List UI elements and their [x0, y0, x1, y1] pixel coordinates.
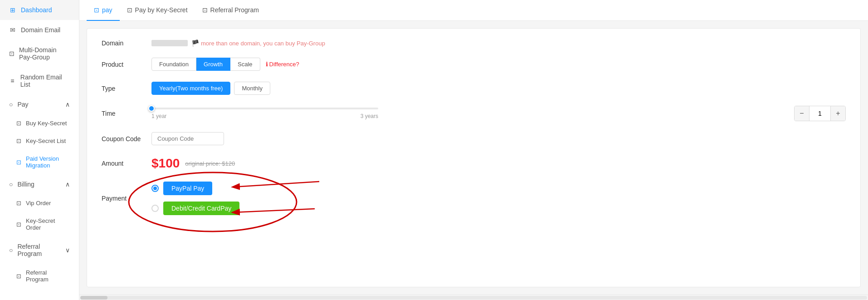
sidebar-item-buy-key-secret[interactable]: ⊡ Buy Key-Secret	[0, 114, 79, 132]
type-monthly-button[interactable]: Monthly	[234, 82, 270, 95]
tab-pay-label: pay	[102, 6, 112, 14]
product-growth-button[interactable]: Growth	[196, 58, 230, 71]
key-secret-order-icon: ⊡	[16, 221, 21, 228]
payment-options: PayPal Pay Debit/Credit CardPay	[151, 182, 239, 215]
scrollbar-thumb[interactable]	[80, 296, 107, 300]
tab-referral-program[interactable]: ⊡ Referral Program	[195, 0, 266, 21]
tab-pay-by-key-secret[interactable]: ⊡ Pay by Key-Secret	[120, 0, 195, 21]
sidebar-item-label: Random Email List	[20, 74, 70, 88]
coupon-input[interactable]	[151, 132, 224, 145]
pay-group-icon: ○	[9, 101, 13, 108]
amount-original: original price: $120	[185, 160, 235, 167]
slider-max-label: 3 years	[361, 113, 378, 119]
key-secret-list-icon: ⊡	[16, 138, 21, 144]
payment-option-debit: Debit/Credit CardPay	[151, 202, 239, 215]
svg-line-2	[233, 209, 315, 212]
tab-referral-label: Referral Program	[210, 6, 259, 14]
product-foundation-button[interactable]: Foundation	[151, 58, 196, 71]
sidebar-group-pay-header[interactable]: ○ Pay ∧	[0, 94, 79, 114]
info-icon: ℹ	[266, 61, 268, 68]
payment-label: Payment	[102, 195, 151, 202]
slider-labels: 1 year 3 years	[151, 113, 378, 119]
buy-key-secret-icon: ⊡	[16, 120, 21, 127]
horizontal-scrollbar[interactable]	[79, 295, 868, 300]
paypal-radio[interactable]	[151, 185, 159, 192]
sidebar-group-pay-label: Pay	[17, 101, 28, 108]
content-area: Domain 🏴 more than one domain, you can b…	[87, 28, 861, 287]
amount-label: Amount	[102, 160, 151, 167]
time-row: Time 1 year 3 years − +	[102, 106, 846, 121]
referral-sub-icon: ⊡	[16, 273, 21, 280]
debit-card-pay-button[interactable]: Debit/Credit CardPay	[163, 202, 239, 215]
sidebar-item-multi-domain[interactable]: ⊡ Multi-Domain Pay-Group	[0, 40, 79, 67]
tab-pay[interactable]: ⊡ pay	[87, 0, 120, 21]
slider-container: 1 year 3 years − +	[151, 106, 846, 121]
tab-referral-icon: ⊡	[202, 6, 208, 14]
dashboard-icon: ⊞	[9, 6, 16, 14]
chevron-down-icon-referral: ∨	[65, 246, 70, 254]
difference-link[interactable]: ℹ Difference?	[266, 61, 299, 68]
sidebar-group-referral: ○ Referral Program ∨ ⊡ Referral Program	[0, 236, 79, 288]
sidebar-sub-label: Key-Secret Order	[26, 217, 70, 231]
multi-domain-icon: ⊡	[9, 50, 15, 57]
sidebar-item-domain-email[interactable]: ✉ Domain Email	[0, 20, 79, 40]
tab-key-secret-label: Pay by Key-Secret	[135, 6, 188, 14]
sidebar-item-key-secret-order[interactable]: ⊡ Key-Secret Order	[0, 212, 79, 236]
slider-track	[151, 108, 378, 109]
vip-order-icon: ⊡	[16, 200, 21, 207]
slider-thumb[interactable]	[148, 105, 155, 112]
sidebar-item-random-email[interactable]: ≡ Random Email List	[0, 67, 79, 94]
type-label: Type	[102, 85, 151, 92]
sidebar-group-billing-header[interactable]: ○ Billing ∧	[0, 174, 79, 194]
sidebar-sub-label: Key-Secret List	[26, 138, 66, 144]
time-stepper: − +	[794, 106, 846, 121]
chevron-up-icon: ∧	[65, 101, 70, 108]
type-yearly-button[interactable]: Yearly(Two months free)	[151, 82, 230, 95]
slider-wrapper: 1 year 3 years	[151, 108, 787, 119]
flag-icon: 🏴	[191, 39, 199, 47]
sidebar-item-label: Multi-Domain Pay-Group	[19, 46, 70, 61]
domain-label: Domain	[102, 39, 151, 47]
sidebar-group-pay: ○ Pay ∧ ⊡ Buy Key-Secret ⊡ Key-Secret Li…	[0, 94, 79, 174]
sidebar-item-paid-version-migration[interactable]: ⊡ Paid Version Migration	[0, 150, 79, 174]
sidebar-item-key-secret-list[interactable]: ⊡ Key-Secret List	[0, 132, 79, 150]
sidebar-group-billing: ○ Billing ∧ ⊡ Vip Order ⊡ Key-Secret Ord…	[0, 174, 79, 236]
sidebar-item-vip-order[interactable]: ⊡ Vip Order	[0, 194, 79, 212]
sidebar-sub-label: Vip Order	[26, 200, 51, 207]
stepper-value-input[interactable]	[809, 106, 831, 121]
domain-value-masked	[151, 40, 188, 46]
domain-link[interactable]: more than one domain, you can buy Pay-Gr…	[201, 40, 325, 47]
sidebar-group-billing-label: Billing	[17, 181, 34, 188]
tab-pay-icon: ⊡	[94, 6, 99, 14]
time-label: Time	[102, 110, 151, 117]
random-email-icon: ≡	[9, 77, 16, 84]
payment-row: Payment PayPal Pay Debit/Credit CardPay	[102, 182, 846, 215]
product-button-group: Foundation Growth Scale	[151, 58, 260, 71]
stepper-decrement-button[interactable]: −	[795, 106, 809, 121]
coupon-row: Coupon Code	[102, 132, 846, 145]
chevron-up-icon-billing: ∧	[65, 181, 70, 188]
domain-email-icon: ✉	[9, 26, 16, 34]
paid-version-migration-icon: ⊡	[16, 159, 21, 166]
coupon-label: Coupon Code	[102, 135, 151, 143]
sidebar-item-referral-sub[interactable]: ⊡ Referral Program	[0, 264, 79, 288]
product-label: Product	[102, 61, 151, 68]
debit-radio[interactable]	[151, 205, 159, 212]
sidebar: ⊞ Dashboard ✉ Domain Email ⊡ Multi-Domai…	[0, 0, 79, 300]
svg-line-1	[233, 182, 319, 187]
sidebar-item-label: Domain Email	[21, 26, 60, 34]
paypal-pay-button[interactable]: PayPal Pay	[163, 182, 212, 195]
billing-group-icon: ○	[9, 181, 13, 188]
sidebar-item-label: Dashboard	[21, 6, 52, 14]
sidebar-sub-label: Paid Version Migration	[26, 155, 70, 169]
stepper-increment-button[interactable]: +	[831, 106, 845, 121]
sidebar-sub-label: Buy Key-Secret	[26, 120, 67, 127]
sidebar-group-referral-header[interactable]: ○ Referral Program ∨	[0, 236, 79, 264]
slider-min-label: 1 year	[151, 113, 166, 119]
type-row: Type Yearly(Two months free) Monthly	[102, 82, 846, 95]
sidebar-item-dashboard[interactable]: ⊞ Dashboard	[0, 0, 79, 20]
tab-bar: ⊡ pay ⊡ Pay by Key-Secret ⊡ Referral Pro…	[79, 0, 868, 21]
scrollbar-track	[80, 296, 867, 300]
product-scale-button[interactable]: Scale	[230, 58, 260, 71]
amount-price: $100	[151, 156, 180, 171]
